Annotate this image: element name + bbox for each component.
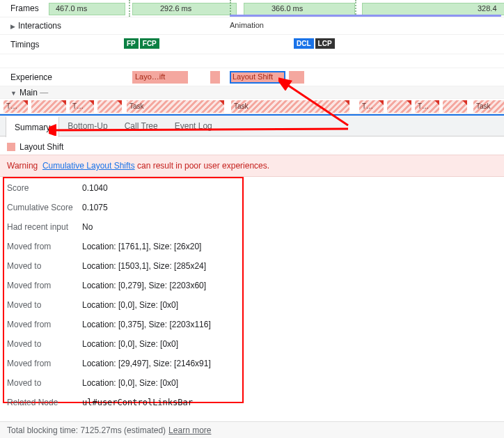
color-swatch-icon — [7, 143, 15, 151]
detail-value: 0.1075 — [82, 203, 108, 212]
dcl-badge[interactable]: DCL — [294, 38, 314, 49]
detail-key: Moved to — [7, 339, 82, 349]
warning-link[interactable]: Cumulative Layout Shifts — [42, 161, 135, 171]
frame-value: 467.0 ms — [56, 4, 87, 13]
detail-key: Related Node — [7, 398, 82, 407]
detail-row: Moved toLocation: [1503,1], Size: [285x2… — [7, 256, 497, 276]
detail-value: Location: [0,279], Size: [2203x60] — [82, 281, 206, 290]
detail-value: Location: [1503,1], Size: [285x24] — [82, 261, 206, 271]
warning-strip: Warning Cumulative Layout Shifts can res… — [0, 155, 504, 177]
collapse-icon[interactable]: ▼ — [10, 90, 17, 97]
svg-line-1 — [285, 84, 348, 125]
task-block[interactable]: T… — [359, 100, 384, 113]
total-blocking-time: Total blocking time: 7125.27ms (estimate… — [7, 425, 166, 435]
frame-value: 366.0 ms — [271, 4, 303, 13]
detail-key: Moved from — [7, 281, 82, 290]
timings-label: Timings — [0, 40, 118, 49]
detail-key: Had recent input — [7, 222, 82, 232]
arrow-icon — [278, 77, 362, 132]
detail-value: Location: [0,0], Size: [0x0] — [82, 300, 178, 310]
interactions-label: ▶Interactions — [0, 21, 118, 31]
detail-row: Moved fromLocation: [0,375], Size: [2203… — [7, 315, 497, 334]
fp-badge[interactable]: FP — [124, 38, 139, 49]
detail-value: Location: [0,0], Size: [0x0] — [82, 378, 178, 388]
detail-key: Moved from — [7, 242, 82, 251]
footer-bar: Total blocking time: 7125.27ms (estimate… — [0, 421, 504, 438]
task-block[interactable]: T… — [415, 100, 439, 113]
task-block[interactable] — [387, 100, 411, 113]
timings-row: Timings FPFCP DCLLCP — [0, 35, 504, 54]
detail-row: Moved toLocation: [0,0], Size: [0x0] — [7, 334, 497, 354]
lcp-badge[interactable]: LCP — [315, 38, 335, 49]
detail-row: Moved fromLocation: [29,497], Size: [214… — [7, 354, 497, 373]
detail-row: Moved fromLocation: [1761,1], Size: [26x… — [7, 237, 497, 256]
interactions-row: ▶Interactions Animation — [0, 17, 504, 35]
learn-more-link[interactable]: Learn more — [168, 425, 211, 435]
frame-value: 292.6 ms — [160, 4, 191, 13]
expand-icon[interactable]: ▶ — [10, 23, 15, 30]
detail-key: Moved to — [7, 261, 82, 271]
task-block[interactable] — [443, 100, 467, 113]
animation-bar[interactable] — [230, 15, 501, 17]
detail-row-related-node: Related Nodeul#userControlLinksBar — [7, 393, 497, 412]
related-node-link[interactable]: ul#userControlLinksBar — [82, 398, 193, 407]
detail-value: Location: [0,375], Size: [2203x116] — [82, 320, 211, 329]
detail-row: Score0.1040 — [7, 178, 497, 198]
warning-text: can result in poor user experiences. — [135, 161, 269, 171]
detail-value: Location: [1761,1], Size: [26x20] — [82, 242, 201, 251]
interactions-track[interactable]: Animation — [118, 17, 504, 34]
detail-key: Score — [7, 183, 82, 193]
timings-track[interactable]: FPFCP DCLLCP — [118, 35, 504, 54]
detail-value: No — [82, 222, 93, 232]
detail-row: Moved toLocation: [0,0], Size: [0x0] — [7, 373, 497, 393]
animation-label: Animation — [230, 21, 264, 29]
detail-key: Cumulative Score — [7, 203, 82, 212]
task-block[interactable]: T… — [3, 100, 28, 113]
details-pane: Score0.1040Cumulative Score0.1075Had rec… — [0, 177, 504, 419]
detail-value: 0.1040 — [82, 183, 108, 193]
detail-key: Moved to — [7, 378, 82, 388]
detail-row: Moved fromLocation: [0,279], Size: [2203… — [7, 276, 497, 295]
fcp-badge[interactable]: FCP — [140, 38, 159, 49]
detail-key: Moved from — [7, 359, 82, 368]
summary-title-row: Layout Shift — [0, 136, 504, 155]
detail-row: Had recent inputNo — [7, 217, 497, 237]
frame-value: 328.4 — [478, 4, 497, 13]
warning-label: Warning — [7, 161, 38, 171]
detail-row: Moved toLocation: [0,0], Size: [0x0] — [7, 295, 497, 315]
task-block[interactable]: Task — [473, 100, 504, 113]
summary-title: Layout Shift — [19, 142, 63, 152]
detail-row: Cumulative Score0.1075 — [7, 198, 497, 217]
detail-key: Moved to — [7, 300, 82, 310]
detail-value: Location: [0,0], Size: [0x0] — [82, 339, 178, 349]
detail-value: Location: [29,497], Size: [2146x91] — [82, 359, 211, 368]
spacer-row — [0, 54, 504, 68]
detail-key: Moved from — [7, 320, 82, 329]
